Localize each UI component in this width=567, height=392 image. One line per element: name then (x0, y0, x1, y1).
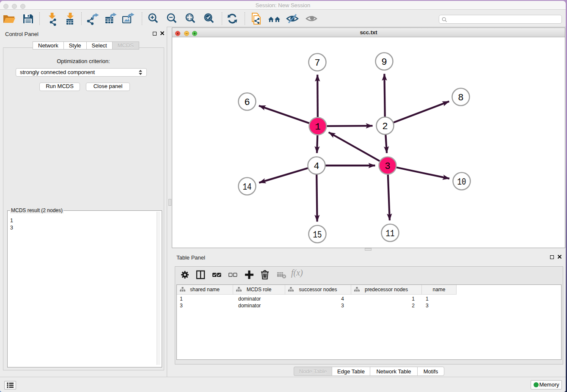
svg-text:14: 14 (243, 182, 252, 193)
svg-text:2: 2 (382, 121, 388, 132)
svg-text:11: 11 (386, 228, 395, 239)
svg-text:6: 6 (244, 97, 250, 108)
svg-text:3: 3 (385, 161, 391, 172)
svg-text:9: 9 (381, 57, 387, 68)
svg-text:1: 1 (315, 121, 321, 133)
svg-text:4: 4 (314, 161, 319, 172)
svg-text:8: 8 (458, 92, 464, 103)
svg-text:10: 10 (457, 177, 466, 188)
svg-text:15: 15 (313, 229, 322, 240)
svg-text:7: 7 (314, 58, 320, 69)
